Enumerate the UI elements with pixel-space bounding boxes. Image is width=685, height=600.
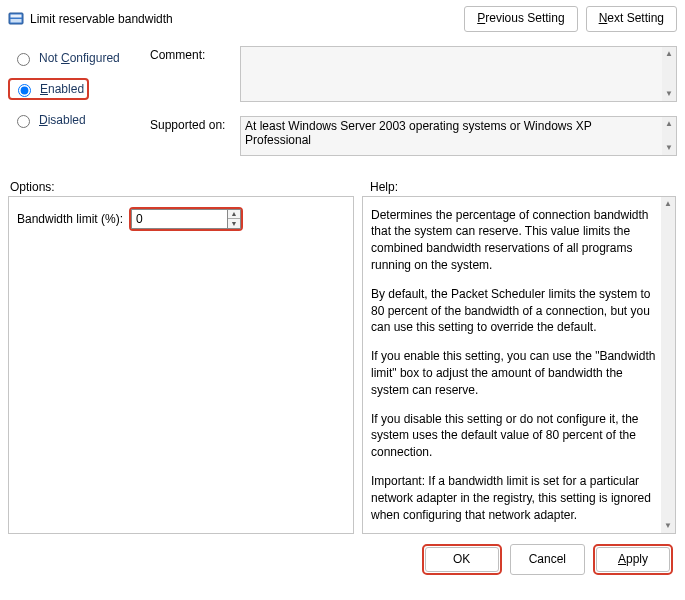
ok-button[interactable]: OK xyxy=(425,547,499,573)
options-pane: Bandwidth limit (%): ▲ ▼ xyxy=(8,196,354,534)
radio-disabled[interactable]: Disabled xyxy=(8,110,138,130)
window-title: Limit reservable bandwidth xyxy=(30,12,173,26)
title-bar: Limit reservable bandwidth Previous Sett… xyxy=(8,6,677,32)
help-section-label: Help: xyxy=(364,180,398,194)
options-section-label: Options: xyxy=(8,180,364,194)
spinner-down-icon[interactable]: ▼ xyxy=(228,219,240,228)
radio-enabled[interactable]: Enabled xyxy=(8,78,89,100)
bandwidth-limit-spinner[interactable]: ▲ ▼ xyxy=(129,207,243,231)
svg-rect-1 xyxy=(11,14,22,17)
supported-text: At least Windows Server 2003 operating s… xyxy=(245,119,592,147)
supported-label: Supported on: xyxy=(150,116,230,156)
scroll-up-icon[interactable]: ▲ xyxy=(661,197,675,211)
bandwidth-limit-label: Bandwidth limit (%): xyxy=(17,212,123,226)
help-scrollbar[interactable]: ▲ ▼ xyxy=(661,197,675,533)
cancel-button[interactable]: Cancel xyxy=(510,544,585,576)
radio-not-configured-label: Not Configured xyxy=(39,51,120,65)
radio-enabled-input[interactable] xyxy=(18,84,31,97)
comment-label: Comment: xyxy=(150,46,230,102)
scroll-down-icon[interactable]: ▼ xyxy=(662,141,676,155)
supported-scrollbar[interactable]: ▲ ▼ xyxy=(662,117,676,155)
previous-setting-button[interactable]: Previous Setting xyxy=(464,6,577,32)
scroll-up-icon[interactable]: ▲ xyxy=(662,117,676,131)
next-setting-button[interactable]: Next Setting xyxy=(586,6,677,32)
radio-disabled-input[interactable] xyxy=(17,115,30,128)
spinner-up-icon[interactable]: ▲ xyxy=(228,210,240,220)
scroll-down-icon[interactable]: ▼ xyxy=(662,87,676,101)
bandwidth-limit-input[interactable] xyxy=(131,209,227,229)
radio-not-configured-input[interactable] xyxy=(17,53,30,66)
help-pane: Determines the percentage of connection … xyxy=(362,196,676,534)
radio-not-configured[interactable]: Not Configured xyxy=(8,48,138,68)
policy-icon xyxy=(8,11,24,27)
scroll-up-icon[interactable]: ▲ xyxy=(662,47,676,61)
supported-textarea: At least Windows Server 2003 operating s… xyxy=(240,116,677,156)
svg-rect-2 xyxy=(11,19,22,23)
comment-scrollbar[interactable]: ▲ ▼ xyxy=(662,47,676,101)
radio-enabled-label: Enabled xyxy=(40,82,84,96)
apply-button[interactable]: Apply xyxy=(596,547,670,573)
radio-disabled-label: Disabled xyxy=(39,113,86,127)
state-radiogroup: Not Configured Enabled Disabled xyxy=(8,46,138,170)
scroll-down-icon[interactable]: ▼ xyxy=(661,519,675,533)
comment-textarea[interactable]: ▲ ▼ xyxy=(240,46,677,102)
dialog-footer: OK Cancel Apply xyxy=(8,534,677,576)
help-text: Determines the percentage of connection … xyxy=(371,207,659,524)
